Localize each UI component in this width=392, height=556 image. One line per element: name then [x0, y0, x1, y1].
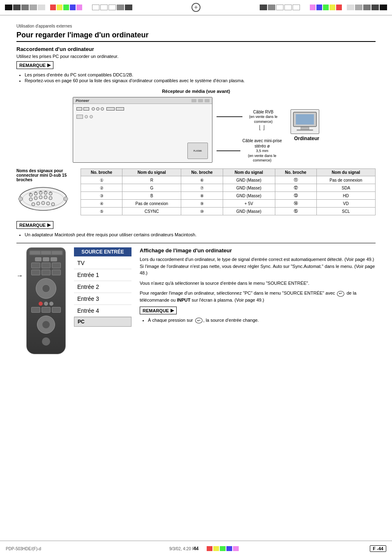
signal-1: Pas de connexion	[122, 200, 181, 208]
table-row: ⑤ CSYNC ⑩ GND (Masse) ⑮ SCL	[81, 208, 376, 215]
cable-rvb-sub: (en vente dans le commerce)	[244, 115, 282, 124]
port-circle	[96, 107, 99, 111]
note2-wrapper: REMARQUE ▶	[16, 221, 376, 231]
color-bar-blue	[70, 5, 76, 10]
svg-text:3: 3	[40, 190, 42, 193]
bar-block	[117, 5, 124, 10]
bar-block	[125, 5, 132, 10]
remote-btn	[42, 307, 51, 313]
color-bar-red	[336, 5, 342, 10]
vol-pad	[37, 316, 55, 334]
cable-mini-sub: 3,5 mm	[242, 149, 282, 154]
remote-row-3	[29, 270, 63, 275]
bottom-bar-colors	[207, 546, 239, 551]
note2-text: Un adaptateur Macintosh peut être requis…	[25, 232, 376, 237]
receiver-body	[73, 104, 212, 120]
signal-3: HD	[316, 192, 375, 200]
th-broche-1: No. broche	[81, 169, 122, 176]
diagram-section: Récepteur de média (vue avant) Pioneer	[16, 89, 376, 163]
pioneer-logo: Pioneer	[76, 99, 89, 103]
remote-row-4	[29, 302, 63, 306]
affichage-para-3: Pour regarder l'image d'un ordinateur, s…	[140, 290, 376, 303]
ctrl-btn	[205, 99, 210, 102]
noms-signaux-section: Noms des signaux pour connecteur mini D-…	[16, 168, 376, 215]
top-crosshair	[191, 3, 201, 12]
source-item-tv: TV	[74, 257, 131, 269]
input-icon: ↩	[337, 291, 344, 297]
port-wide	[106, 107, 115, 111]
affichage-section: Affichage de l'image d'un ordinateur Lor…	[140, 247, 376, 354]
remote-btn	[52, 270, 61, 275]
remote-control: →	[16, 247, 66, 354]
color-bar-blue	[316, 5, 322, 10]
broche-3: ⑭	[275, 200, 316, 208]
svg-point-16	[32, 203, 35, 206]
broche-3: ⑬	[275, 192, 316, 200]
bar-block	[13, 5, 21, 10]
note2-list: Un adaptateur Macintosh peut être requis…	[16, 232, 376, 237]
svg-rect-2	[301, 127, 309, 129]
th-signal-2: Nom du signal	[223, 169, 275, 176]
page-number: F -44	[370, 545, 386, 552]
table-row: ③ B ⑧ GND (Masse) ⑬ HD	[81, 192, 376, 200]
port-circle	[101, 107, 104, 111]
color-bar-yellow	[330, 5, 335, 10]
receiver-top-bar: Pioneer	[73, 97, 212, 104]
source-section: →	[16, 247, 376, 354]
main-content: Utilisation d'appareils externes Pour re…	[0, 16, 392, 368]
broche-3: ⑫	[275, 184, 316, 192]
remote-btn	[52, 263, 61, 268]
th-signal-1: Nom du signal	[122, 169, 181, 176]
media-receiver: Pioneer	[73, 97, 212, 163]
noms-heading: Noms des signaux pour connecteur mini D-…	[16, 168, 74, 182]
remote-btn	[31, 263, 40, 268]
computer-unit	[291, 109, 319, 134]
top-bar	[0, 0, 392, 16]
note3-list: À chaque pression sur ↩, la source d'ent…	[140, 318, 376, 323]
remote-btn	[51, 257, 57, 261]
connector-diagram: Noms des signaux pour connecteur mini D-…	[16, 168, 74, 215]
note-label: REMARQUE	[19, 63, 46, 68]
note-item-1: Les prises d'entrée du PC sont compatibl…	[25, 72, 376, 77]
port-round	[90, 115, 93, 118]
signal-2: GND (Masse)	[223, 192, 275, 200]
svg-point-20	[51, 203, 55, 206]
signal-table: No. broche Nom du signal No. broche Nom …	[81, 168, 376, 215]
svg-text:1: 1	[50, 191, 51, 194]
th-broche-2: No. broche	[181, 169, 223, 176]
source-item-entree3: Entrée 3	[74, 293, 131, 305]
color-bar-yellow	[57, 5, 62, 10]
remote-btn	[52, 307, 61, 313]
color-bar	[233, 546, 239, 551]
broche-2: ⑥	[181, 176, 223, 184]
note3-label: REMARQUE	[143, 308, 169, 313]
svg-rect-3	[297, 129, 313, 131]
svg-text:5: 5	[30, 192, 31, 195]
receiver-controls	[191, 99, 210, 102]
color-bar-green	[323, 5, 329, 10]
note-box: REMARQUE ▶	[16, 61, 53, 69]
signal-2: GND (Masse)	[223, 184, 275, 192]
remote-btn	[31, 270, 40, 275]
broche-1: ②	[81, 184, 122, 192]
ctrl-btn	[198, 99, 203, 102]
svg-text:4: 4	[35, 191, 37, 194]
svg-point-15	[49, 196, 52, 200]
top-bar-left-decoration	[5, 5, 132, 10]
table-row: ④ Pas de connexion ⑨ + 5V ⑭ VD	[81, 200, 376, 208]
note3-text: À chaque pression sur ↩, la source d'ent…	[148, 318, 376, 323]
svg-point-22	[64, 197, 68, 201]
raccordement-subtitle: Raccordement d'un ordinateur	[16, 46, 376, 52]
source-item-entree1: Entrée 1	[74, 269, 131, 281]
bar-block	[371, 5, 379, 10]
bar-block	[268, 5, 275, 10]
signal-2: GND (Masse)	[223, 176, 275, 184]
bar-block-white	[284, 5, 292, 10]
note-arrow: ▶	[47, 62, 51, 68]
source-item-entree4: Entrée 4	[74, 305, 131, 317]
source-item-entree2: Entrée 2	[74, 281, 131, 293]
bar-block	[30, 5, 37, 10]
color-bar	[213, 546, 219, 551]
remote-btn	[35, 257, 42, 261]
bottom-bar: PDP-503HDE/(F)-d 44 9/3/02, 4:20 PM F -4…	[0, 540, 392, 556]
